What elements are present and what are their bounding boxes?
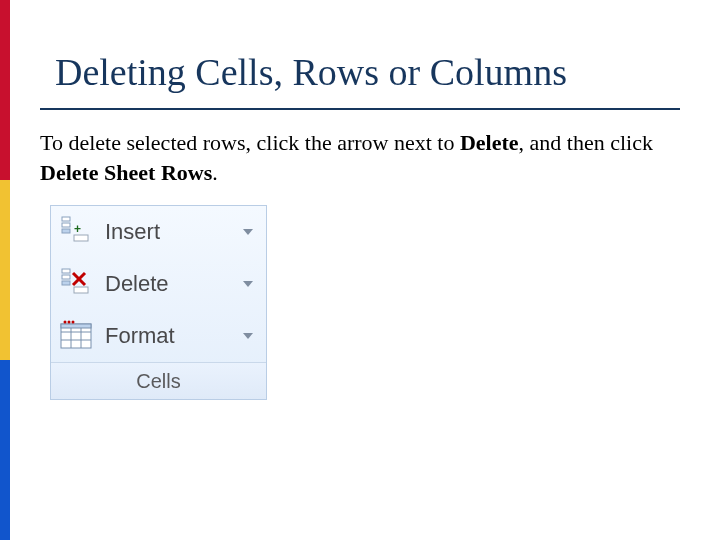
accent-blue — [0, 360, 10, 540]
format-cells-icon — [57, 316, 97, 356]
svg-rect-8 — [74, 287, 88, 293]
accent-yellow — [0, 180, 10, 360]
delete-button[interactable]: Delete — [51, 258, 266, 310]
svg-rect-0 — [62, 217, 70, 221]
svg-rect-16 — [61, 324, 91, 328]
accent-red — [0, 0, 10, 180]
svg-text:+: + — [74, 222, 81, 236]
slide-title: Deleting Cells, Rows or Columns — [55, 50, 567, 94]
body-mid: , and then click — [519, 130, 653, 155]
insert-button[interactable]: + Insert — [51, 206, 266, 258]
svg-point-17 — [64, 321, 67, 324]
insert-dropdown-arrow[interactable] — [236, 229, 260, 235]
insert-cells-icon: + — [57, 212, 97, 252]
chevron-down-icon — [243, 281, 253, 287]
cells-group-panel: + Insert Delete — [50, 205, 267, 400]
format-label: Format — [97, 323, 236, 349]
svg-rect-1 — [62, 223, 70, 227]
body-post: . — [212, 160, 218, 185]
svg-point-18 — [68, 321, 71, 324]
delete-cells-icon — [57, 264, 97, 304]
body-bold-delete-sheet-rows: Delete Sheet Rows — [40, 160, 212, 185]
body-bold-delete: Delete — [460, 130, 519, 155]
svg-point-19 — [72, 321, 75, 324]
svg-rect-6 — [62, 275, 70, 279]
insert-label: Insert — [97, 219, 236, 245]
slide: Deleting Cells, Rows or Columns To delet… — [0, 0, 720, 540]
format-dropdown-arrow[interactable] — [236, 333, 260, 339]
format-button[interactable]: Format — [51, 310, 266, 362]
body-pre: To delete selected rows, click the arrow… — [40, 130, 460, 155]
chevron-down-icon — [243, 229, 253, 235]
accent-colorbar — [0, 0, 10, 540]
delete-dropdown-arrow[interactable] — [236, 281, 260, 287]
title-underline — [40, 108, 680, 110]
svg-rect-5 — [62, 269, 70, 273]
cells-group-label-text: Cells — [136, 370, 180, 393]
svg-rect-7 — [62, 281, 70, 285]
svg-rect-2 — [62, 229, 70, 233]
body-paragraph: To delete selected rows, click the arrow… — [40, 128, 680, 187]
cells-group-label: Cells — [51, 362, 266, 399]
delete-label: Delete — [97, 271, 236, 297]
chevron-down-icon — [243, 333, 253, 339]
